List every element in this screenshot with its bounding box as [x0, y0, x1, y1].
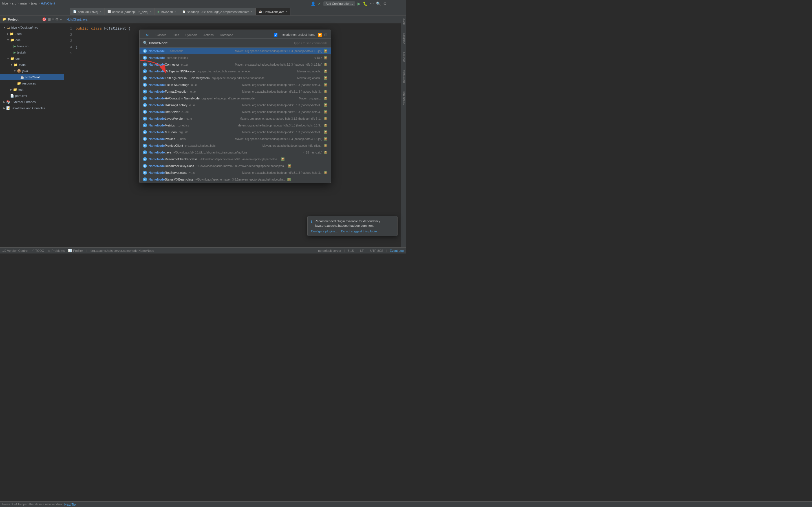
notif-header: ℹ Recommended plugin available for depen… — [311, 219, 394, 228]
result-item-12[interactable]: C NameNodeMetrics ....metrics Maven: org… — [140, 122, 331, 129]
search-input[interactable] — [149, 41, 292, 45]
tree-item-doc[interactable]: ▼ 📁 doc — [0, 37, 64, 43]
tree-item-hive-root[interactable]: ▼ 🗂 hive ~/Desktop/hive — [0, 24, 64, 31]
run-icon[interactable]: ▶ — [357, 1, 361, 6]
tree-item-pom[interactable]: 📄 pom.xml — [0, 93, 64, 99]
dismiss-plugin-link[interactable]: Do not suggest this plugin — [341, 230, 377, 233]
tab-hive-log-label: <hadoop102> hive-log4j2.properties.templ… — [187, 10, 249, 13]
search-everywhere-icon[interactable]: 🔍 — [376, 1, 381, 6]
tab-pom[interactable]: 📄 pom.xml (hive) × — [70, 8, 104, 15]
search-tab-actions[interactable]: Actions — [201, 32, 216, 38]
result-item-13[interactable]: C NameNodeMXBean org...de Maven: org.apa… — [140, 129, 331, 135]
result-item-1[interactable]: C NameNode ....namenode Maven: org.apach… — [140, 48, 331, 54]
profiler-item[interactable]: 📊 Profiler — [68, 249, 83, 252]
settings-gear-icon[interactable]: ⚙ — [55, 17, 59, 21]
tree-item-testsh[interactable]: ▶ test.sh — [0, 49, 64, 55]
path-hdfsclient[interactable]: HdfsClient — [41, 2, 55, 5]
tab-hive2sh[interactable]: ▶ hive2.sh × — [154, 8, 179, 15]
result-name-8: NameNodeHAContext in NameNode org.apache… — [149, 97, 255, 100]
result-item-15[interactable]: C NameNodeProxiesClient org.apache.hadoo… — [140, 142, 331, 149]
result-source-8: Maven: org.apac... — [299, 97, 322, 100]
project-panel-header: 📁 Project 🎯 ⊞ ≡ ⚙ – — [0, 15, 64, 23]
result-item-20[interactable]: C NameNodeStatusMXBean.class ~/Downloads… — [140, 176, 331, 183]
result-item-19[interactable]: C NameNodeRpcServer.class ~...s Maven: o… — [140, 169, 331, 176]
pom-file-icon: 📄 — [73, 10, 77, 13]
tab-hive2sh-close[interactable]: × — [174, 10, 176, 13]
result-item-18[interactable]: C NameNodeResourcePolicy.class ~/Downloa… — [140, 163, 331, 169]
search-tab-files[interactable]: Files — [170, 32, 182, 38]
result-name-17: NameNodeResourceChecker.class ~/Download… — [149, 158, 280, 161]
result-item-8[interactable]: C NameNodeHAContext in NameNode org.apac… — [140, 95, 331, 102]
expand-results-icon[interactable]: ⊞ — [324, 33, 327, 37]
result-name-2: NameNode com.sun.jndi.dns — [149, 56, 188, 59]
tree-label-idea: .idea — [15, 32, 22, 36]
path-hive: hive — [2, 2, 8, 5]
close-panel-icon[interactable]: – — [60, 17, 62, 21]
expand-arrow: ▼ — [7, 57, 9, 60]
tree-item-resources[interactable]: 📁 resources — [0, 80, 64, 87]
user-icon[interactable]: 👤 — [311, 1, 315, 6]
locate-icon[interactable]: 🎯 — [42, 17, 47, 21]
result-name-14: NameNodeProxies ....hdfs — [149, 137, 186, 140]
tab-hive-log-close[interactable]: × — [251, 10, 252, 13]
tree-label-test: test — [18, 88, 23, 91]
search-tab-symbols[interactable]: Symbols — [183, 32, 200, 38]
settings-icon[interactable]: ⚙ — [383, 1, 387, 6]
expand-arrow: ▶ — [3, 101, 5, 103]
tree-item-hive2sh[interactable]: ▶ hive2.sh — [0, 43, 64, 49]
include-non-project-label: Include non-project items — [281, 33, 315, 36]
result-lib-icon-17: 📦 — [281, 158, 285, 161]
result-item-10[interactable]: C NameNodeHttpServer o...de Maven: org.a… — [140, 108, 331, 115]
todo-item[interactable]: ✓ TODO — [32, 249, 44, 252]
tab-pom-close[interactable]: × — [100, 10, 101, 13]
result-item-6[interactable]: C NameNodeFile in NNStorage o...e Maven:… — [140, 81, 331, 88]
result-item-9[interactable]: C NameNodeHAProxyFactory o...a Maven: or… — [140, 102, 331, 108]
problems-item[interactable]: ⚠ Problems — [48, 249, 64, 252]
result-item-7[interactable]: C NameNodeFormatException o...e Maven: o… — [140, 88, 331, 95]
tree-item-src[interactable]: ▼ 📁 src — [0, 55, 64, 62]
tab-hdfsclient[interactable]: ☕ HdfsClient.java × — [255, 8, 290, 15]
search-tab-database[interactable]: Database — [217, 32, 236, 38]
add-configuration-button[interactable]: Add Configuration... — [323, 1, 355, 6]
result-name-9: NameNodeHAProxyFactory o...a — [149, 103, 195, 107]
tree-item-ext-libs[interactable]: ▶ 📚 External Libraries — [0, 99, 64, 105]
tree-item-test[interactable]: ▶ 📁 test — [0, 87, 64, 93]
result-item-3[interactable]: C NameNodeConnector or...er Maven: org.a… — [140, 61, 331, 68]
tree-item-java[interactable]: ▼ 📦 java — [0, 68, 64, 74]
event-log[interactable]: Event Log — [390, 249, 404, 252]
result-item-11[interactable]: C NameNodeLayoutVersion o...e Maven: org… — [140, 115, 331, 122]
result-item-14[interactable]: C NameNodeProxies ....hdfs Maven: org.ap… — [140, 135, 331, 142]
tab-hive-log[interactable]: 📋 <hadoop102> hive-log4j2.properties.tem… — [179, 8, 255, 15]
collapse-all-icon[interactable]: ⊞ — [48, 17, 51, 21]
tab-console-label: console [hadoop102_hive] — [112, 10, 148, 13]
search-tab-all[interactable]: All — [143, 32, 152, 38]
panel-options-icon[interactable]: ≡ — [52, 17, 54, 21]
result-item-5[interactable]: C NameNodeEditLogRoller in FSNamesystem … — [140, 75, 331, 81]
result-source-7: Maven: org.apache.hadoop:hadoop-hdfs:3.1… — [242, 90, 322, 93]
search-overlay[interactable]: All Classes Files Symbols Actions Databa… — [64, 15, 406, 247]
result-lib-icon-10: 📦 — [324, 110, 327, 114]
version-control-item[interactable]: ⎇ Version Control — [2, 249, 28, 252]
tree-item-idea[interactable]: ▶ 📁 .idea — [0, 31, 64, 37]
tab-hdfsclient-close[interactable]: × — [286, 10, 287, 13]
tree-item-hdfsclient[interactable]: ☕ HdfsClient — [0, 74, 64, 80]
resources-folder-icon: 📁 — [17, 81, 21, 86]
top-right-toolbar: 👤 ✓ Add Configuration... ▶ 🐛 ⋯ 🔍 ⚙ — [311, 0, 389, 7]
search-tab-classes[interactable]: Classes — [153, 32, 169, 38]
result-icon-17: C — [143, 157, 147, 161]
result-item-16[interactable]: C NameNode.java ~/Downloads/jdk-18.jdk/.… — [140, 149, 331, 156]
tree-item-main[interactable]: ▼ 📁 main — [0, 62, 64, 68]
tab-console[interactable]: ⬜ console [hadoop102_hive] × — [104, 8, 154, 15]
more-run-options-icon[interactable]: ⋯ — [370, 1, 374, 6]
result-item-4[interactable]: C NameNodeDirType in NNStorage org.apach… — [140, 68, 331, 75]
filter-icon[interactable]: 🔽 — [317, 33, 322, 37]
result-item-17[interactable]: C NameNodeResourceChecker.class ~/Downlo… — [140, 156, 331, 163]
configure-plugins-link[interactable]: Configure plugins... — [311, 230, 338, 233]
tab-console-close[interactable]: × — [150, 10, 151, 13]
checkmark-icon[interactable]: ✓ — [318, 1, 321, 6]
tree-item-scratches[interactable]: ▶ 📝 Scratches and Consoles — [0, 105, 64, 111]
result-item-2[interactable]: C NameNode com.sun.jndi.dns < 18 > 📦 — [140, 54, 331, 61]
debug-icon[interactable]: 🐛 — [363, 1, 368, 6]
path-src: src — [12, 2, 16, 5]
include-non-project-checkbox[interactable] — [274, 33, 277, 37]
